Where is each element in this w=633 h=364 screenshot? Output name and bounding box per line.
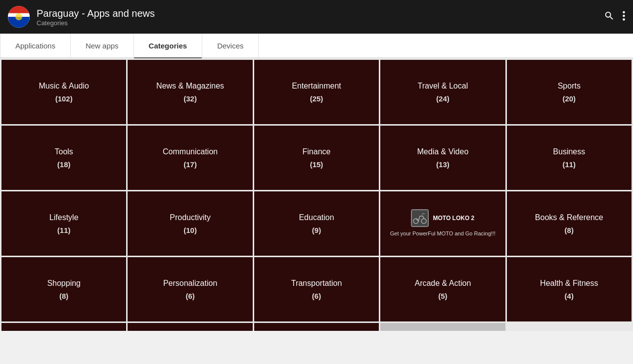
category-card-sports[interactable]: Sports (20)	[507, 60, 632, 124]
category-card-health-fitness[interactable]: Health & Fitness (4)	[507, 257, 632, 321]
category-card-tools[interactable]: Tools (18)	[1, 126, 126, 190]
ad-card-moto-loko[interactable]: MOTO LOKO 2 Get your PowerFul MOTO and G…	[380, 191, 505, 256]
category-card-finance[interactable]: Finance (15)	[254, 126, 379, 190]
partial-card-3	[254, 323, 379, 331]
search-icon[interactable]	[604, 10, 615, 24]
category-card-personalization[interactable]: Personalization (6)	[128, 257, 252, 321]
category-card-communication[interactable]: Communication (17)	[128, 126, 252, 190]
app-logo	[8, 6, 30, 28]
ad-thumbnail	[411, 209, 429, 227]
app-subtitle: Categories	[37, 19, 604, 27]
partial-card-1	[1, 323, 126, 331]
tab-applications[interactable]: Applications	[0, 34, 71, 57]
category-card-lifestyle[interactable]: Lifestyle (11)	[1, 191, 126, 256]
category-card-music-audio[interactable]: Music & Audio (102)	[1, 60, 126, 124]
category-card-business[interactable]: Business (11)	[507, 126, 632, 190]
category-card-shopping[interactable]: Shopping (8)	[1, 257, 126, 321]
ad-header: MOTO LOKO 2	[385, 209, 500, 227]
category-card-media-video[interactable]: Media & Video (13)	[380, 126, 505, 190]
category-card-travel-local[interactable]: Travel & Local (24)	[380, 60, 505, 124]
partial-card-4	[380, 323, 505, 331]
category-card-news-magazines[interactable]: News & Magazines (32)	[128, 60, 252, 124]
partial-card-2	[128, 323, 252, 331]
category-card-arcade-action[interactable]: Arcade & Action (5)	[380, 257, 505, 321]
header-text: Paraguay - Apps and news Categories	[37, 7, 604, 27]
tab-devices[interactable]: Devices	[202, 34, 259, 57]
flag-icon	[8, 6, 30, 28]
svg-point-4	[623, 14, 625, 17]
tab-new-apps[interactable]: New apps	[71, 34, 134, 57]
category-card-productivity[interactable]: Productivity (10)	[128, 191, 252, 256]
svg-point-3	[623, 11, 625, 13]
category-card-education[interactable]: Education (9)	[254, 191, 379, 256]
category-card-entertainment[interactable]: Entertainment (25)	[254, 60, 379, 124]
svg-rect-6	[412, 210, 428, 226]
category-card-books-reference[interactable]: Books & Reference (8)	[507, 191, 632, 256]
category-card-transportation[interactable]: Transportation (6)	[254, 257, 379, 321]
tab-categories[interactable]: Categories	[134, 34, 203, 57]
app-header: Paraguay - Apps and news Categories	[0, 0, 633, 34]
app-title: Paraguay - Apps and news	[37, 7, 604, 19]
partial-bottom-row	[0, 323, 633, 331]
nav-tabs: Applications New apps Categories Devices	[0, 34, 633, 58]
header-actions	[604, 10, 625, 24]
svg-point-5	[623, 18, 625, 21]
more-icon[interactable]	[623, 10, 625, 24]
svg-point-2	[15, 13, 22, 20]
categories-grid: Music & Audio (102) News & Magazines (32…	[0, 58, 633, 323]
